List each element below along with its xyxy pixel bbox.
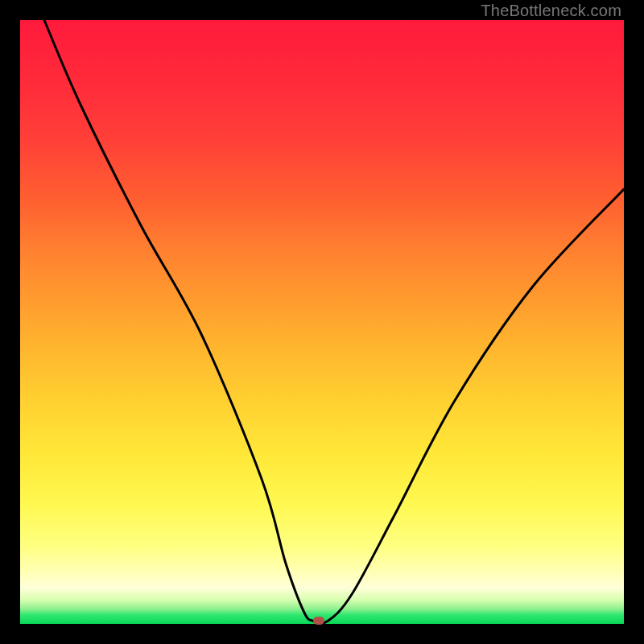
outer-frame: TheBottleneck.com <box>0 0 644 644</box>
minimum-marker <box>313 617 324 625</box>
watermark-text: TheBottleneck.com <box>481 2 621 20</box>
curve-path <box>44 20 624 623</box>
plot-area <box>20 20 624 624</box>
bottleneck-curve <box>20 20 624 624</box>
